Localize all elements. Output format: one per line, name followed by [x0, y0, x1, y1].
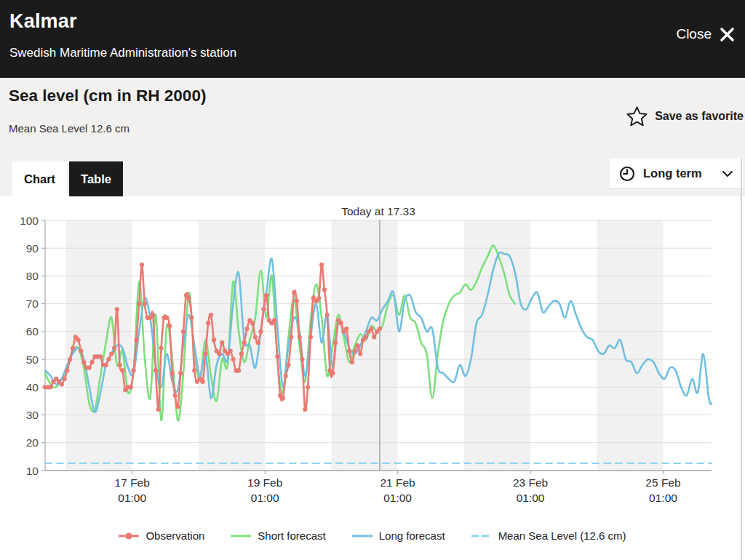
x-axis-time-label: 01:00	[118, 492, 146, 504]
chevron-down-icon	[722, 170, 733, 177]
close-label: Close	[676, 26, 712, 42]
observation-marker	[261, 307, 266, 311]
star-icon	[626, 105, 648, 127]
observation-marker	[115, 307, 119, 311]
observation-marker	[164, 316, 169, 320]
observation-marker	[201, 380, 205, 384]
observation-marker	[132, 368, 136, 372]
observation-marker	[189, 316, 194, 320]
observation-marker	[258, 329, 263, 334]
y-axis-label: 50	[26, 353, 39, 366]
day-shading-band	[331, 220, 397, 471]
modal-header: Kalmar Swedish Maritime Administration's…	[0, 0, 745, 78]
observation-marker	[353, 349, 357, 353]
sea-level-chart[interactable]: 10203040506070809010017 Feb01:0019 Feb01…	[0, 202, 745, 515]
observation-marker	[68, 357, 72, 361]
x-axis-date-label: 19 Feb	[247, 476, 282, 489]
observation-marker	[120, 368, 124, 372]
observation-marker	[250, 321, 255, 325]
observation-marker	[170, 371, 175, 375]
y-axis-label: 90	[26, 242, 39, 255]
legend-item-observation[interactable]: Observation	[119, 529, 204, 542]
observation-marker	[372, 335, 376, 339]
observation-marker	[306, 385, 310, 389]
observation-marker	[275, 354, 279, 359]
legend-item-mean-sea-level-12-6-cm[interactable]: Mean Sea Level (12.6 cm)	[471, 529, 626, 542]
time-range-value: Long term	[643, 167, 714, 180]
observation-marker	[289, 335, 293, 339]
y-axis-label: 60	[26, 325, 39, 337]
x-axis-time-label: 01:00	[649, 492, 677, 504]
observation-marker	[63, 377, 67, 381]
observation-marker	[378, 327, 382, 331]
observation-marker	[71, 346, 75, 351]
legend-label: Long forecast	[379, 529, 445, 542]
observation-marker	[228, 349, 233, 353]
observation-marker	[231, 357, 235, 361]
legend-swatch	[471, 532, 492, 540]
observation-marker	[322, 288, 327, 292]
y-axis-label: 100	[20, 215, 39, 227]
close-button[interactable]: Close	[676, 26, 735, 42]
observation-marker	[90, 360, 95, 364]
observation-marker	[325, 313, 330, 317]
legend-label: Short forecast	[258, 529, 325, 542]
observation-marker	[220, 340, 224, 345]
x-axis-date-label: 25 Feb	[645, 476, 680, 489]
y-axis-label: 30	[26, 409, 39, 421]
observation-marker	[175, 404, 180, 409]
observation-marker	[49, 385, 53, 389]
day-shading-band	[66, 220, 132, 471]
observation-marker	[284, 374, 288, 378]
observation-marker	[178, 371, 183, 375]
observation-marker	[264, 293, 268, 297]
observation-marker	[217, 351, 221, 356]
legend-item-short-forecast[interactable]: Short forecast	[231, 529, 325, 542]
x-axis-time-label: 01:00	[251, 492, 279, 504]
observation-marker	[244, 327, 249, 331]
observation-marker	[65, 368, 69, 372]
observation-marker	[239, 351, 244, 356]
observation-marker	[104, 363, 108, 367]
scroll-track-line	[741, 159, 742, 560]
observation-marker	[173, 393, 178, 398]
observation-marker	[303, 407, 307, 412]
station-title: Kalmar	[9, 10, 77, 33]
save-favorite-button[interactable]: Save as favorite	[626, 105, 744, 127]
observation-marker	[350, 360, 354, 364]
y-axis-label: 10	[26, 465, 39, 477]
observation-marker	[60, 382, 64, 386]
x-axis-time-label: 01:00	[517, 492, 545, 504]
y-axis-label: 20	[26, 436, 39, 449]
observation-marker	[286, 363, 290, 367]
observation-marker	[369, 327, 373, 331]
save-favorite-label: Save as favorite	[655, 110, 744, 123]
clock-icon	[619, 166, 635, 182]
observation-marker	[140, 263, 144, 267]
legend-item-long-forecast[interactable]: Long forecast	[352, 529, 445, 542]
observation-marker	[300, 357, 304, 361]
legend-swatch	[352, 532, 372, 540]
observation-marker	[330, 371, 335, 375]
tab-table[interactable]: Table	[69, 161, 123, 196]
legend-swatch	[231, 532, 251, 540]
station-info-section: Sea level (cm in RH 2000) Mean Sea Level…	[0, 78, 745, 196]
time-range-dropdown[interactable]: Long term	[610, 159, 743, 188]
observation-marker	[151, 313, 155, 317]
observation-marker	[98, 354, 103, 359]
observation-marker	[87, 366, 92, 370]
chart-legend: ObservationShort forecastLong forecastMe…	[0, 529, 745, 542]
observation-marker	[156, 407, 161, 412]
observation-marker	[308, 335, 313, 339]
tab-chart[interactable]: Chart	[12, 161, 67, 196]
observation-marker	[81, 360, 86, 364]
y-axis-label: 70	[26, 297, 39, 310]
x-axis-date-label: 21 Feb	[380, 476, 415, 489]
observation-marker	[339, 321, 343, 325]
x-axis-time-label: 01:00	[383, 492, 412, 504]
observation-marker	[358, 351, 362, 356]
observation-marker	[281, 396, 285, 401]
chart-table-tabs: ChartTable	[12, 161, 123, 196]
legend-swatch	[119, 532, 139, 540]
x-axis-date-label: 23 Feb	[513, 476, 548, 489]
